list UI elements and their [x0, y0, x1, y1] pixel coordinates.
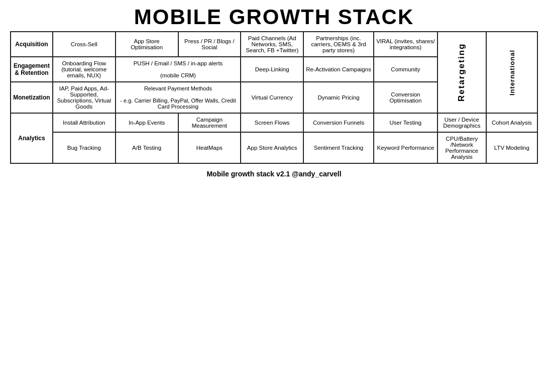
cell-push-email: PUSH / Email / SMS / in-app alerts (mobi… — [116, 57, 241, 82]
label-monetization: Monetization — [11, 82, 53, 113]
cell-press-pr: Press / PR / Blogs / Social — [178, 32, 241, 57]
table-row-analytics2: Bug Tracking A/B Testing HeatMaps App St… — [11, 132, 537, 163]
cell-user-testing: User Testing — [374, 113, 437, 132]
label-acquisition: Acquisition — [11, 32, 53, 57]
cell-campaign-measurement: Campaign Measurement — [178, 113, 241, 132]
cell-viral: VIRAL (invites, shares/ integrations) — [374, 32, 437, 57]
cell-reactivation: Re-Activation Campaigns — [303, 57, 374, 82]
cell-partnerships: Partnerships (inc. carriers, OEMS & 3rd … — [303, 32, 374, 57]
table-row-analytics1: Analytics Install Attribution In-App Eve… — [11, 113, 537, 132]
table-row-acquisition: Acquisition Cross-Sell App Store Optimis… — [11, 32, 537, 57]
label-engagement: Engagement & Retention — [11, 57, 53, 82]
cell-bug-tracking: Bug Tracking — [53, 132, 116, 163]
cell-conversion-funnels: Conversion Funnels — [303, 113, 374, 132]
cell-paid-channels: Paid Channels (Ad Networks, SMS, Search,… — [241, 32, 303, 57]
growth-stack-table: Acquisition Cross-Sell App Store Optimis… — [10, 31, 538, 164]
cell-cpu-battery: CPU/Battery /Network Performance Analysi… — [437, 132, 486, 163]
cell-deep-linking: Deep-Linking — [241, 57, 303, 82]
growth-stack-table-wrapper: Acquisition Cross-Sell App Store Optimis… — [10, 31, 538, 164]
cell-virtual-currency: Virtual Currency — [241, 82, 303, 113]
page-title: MOBILE GROWTH STACK — [134, 5, 414, 29]
cell-community: Community — [374, 57, 437, 82]
footer: Mobile growth stack v2.1 @andy_carvell — [206, 170, 341, 178]
cell-inapp-events: In-App Events — [116, 113, 178, 132]
cell-ltv-modeling: LTV Modeling — [486, 132, 537, 163]
cell-conversion-opt: Conversion Optimisation — [374, 82, 437, 113]
cell-user-device-demo: User / Device Demographics — [437, 113, 486, 132]
cell-payment-methods: Relevant Payment Methods - e.g. Carrier … — [116, 82, 241, 113]
cell-retargeting: Retargeting — [437, 32, 486, 113]
cell-install-attribution: Install Attribution — [53, 113, 116, 132]
cell-cross-sell: Cross-Sell — [53, 32, 116, 57]
cell-onboarding: Onboarding Flow (tutorial, welcome email… — [53, 57, 116, 82]
cell-international: International — [486, 32, 537, 113]
cell-heatmaps: HeatMaps — [178, 132, 241, 163]
cell-ab-testing: A/B Testing — [116, 132, 178, 163]
cell-sentiment-tracking: Sentiment Tracking — [303, 132, 374, 163]
cell-app-store-analytics: App Store Analytics — [241, 132, 303, 163]
cell-dynamic-pricing: Dynamic Pricing — [303, 82, 374, 113]
cell-screen-flows: Screen Flows — [241, 113, 303, 132]
cell-keyword-performance: Keyword Performance — [374, 132, 437, 163]
cell-app-store-opt: App Store Optimisation — [116, 32, 178, 57]
cell-iap: IAP, Paid Apps, Ad-Supported, Subscripti… — [53, 82, 116, 113]
label-analytics: Analytics — [11, 113, 53, 163]
cell-cohort-analysis: Cohort Analysis — [486, 113, 537, 132]
